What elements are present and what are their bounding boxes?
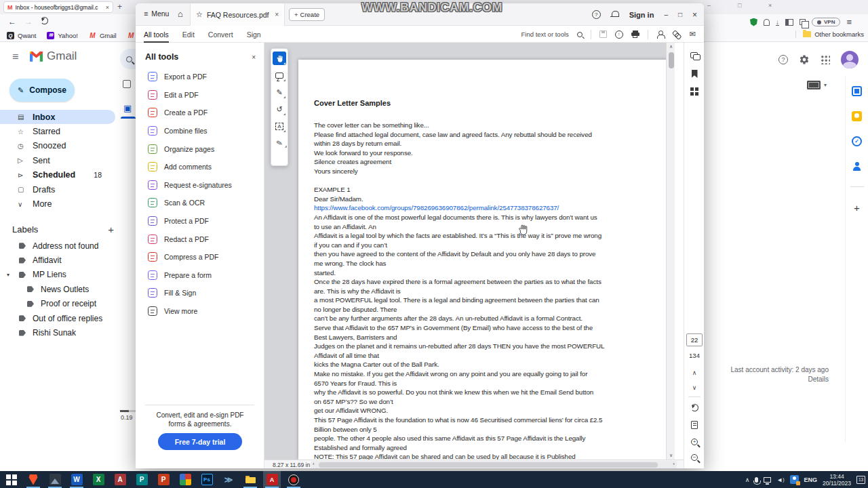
label-item[interactable]: Affidavit: [0, 253, 121, 267]
input-tools-badge[interactable]: [807, 81, 821, 89]
language-indicator[interactable]: ENG: [804, 476, 818, 483]
taskbar-app[interactable]: A: [263, 471, 281, 488]
acrobat-nav-tab[interactable]: Edit: [182, 26, 195, 43]
gmail-nav-item[interactable]: ☆ Starred: [0, 124, 121, 138]
lasso-tool-button[interactable]: ↺: [273, 102, 286, 116]
rotate-page-button[interactable]: [684, 404, 705, 411]
notifications-bell-icon[interactable]: [611, 10, 619, 19]
create-button[interactable]: + Create: [289, 8, 325, 21]
browser-minimize-button[interactable]: –: [707, 2, 711, 9]
label-item[interactable]: Rishi Sunak: [0, 325, 121, 340]
back-button[interactable]: ←: [8, 17, 16, 26]
vertical-scrollbar[interactable]: ∧ ∨: [666, 43, 675, 460]
label-item[interactable]: Address not found: [0, 239, 121, 253]
acrobat-minimize-button[interactable]: –: [664, 11, 668, 18]
add-user-icon[interactable]: [656, 30, 665, 39]
taskbar-app[interactable]: [24, 471, 42, 488]
taskbar-app[interactable]: A: [111, 471, 129, 488]
vpn-button[interactable]: VPN: [812, 18, 840, 26]
pocket-icon[interactable]: [800, 19, 806, 25]
star-icon[interactable]: ☆: [196, 10, 203, 19]
label-item[interactable]: News Outlets: [0, 282, 121, 296]
tool-item[interactable]: Prepare a form: [136, 266, 264, 285]
find-text-label[interactable]: Find text or tools: [521, 30, 569, 38]
tool-item[interactable]: View more: [136, 302, 264, 321]
zoom-in-button[interactable]: +: [684, 439, 705, 445]
downloads-icon[interactable]: ↓: [776, 19, 779, 26]
browser-tab[interactable]: M Inbox - houseofbriggs1@gmail.c ×: [3, 1, 113, 13]
tray-expand-icon[interactable]: ∧: [745, 476, 750, 483]
browser-menu-button[interactable]: ≡: [846, 17, 852, 27]
scroll-right-icon[interactable]: ›: [673, 461, 675, 467]
taskbar-app[interactable]: Ps: [198, 471, 216, 488]
previous-page-button[interactable]: ∧: [684, 369, 705, 376]
email-icon[interactable]: ✉: [690, 30, 696, 39]
acrobat-help-icon[interactable]: ?: [592, 10, 601, 19]
acrobat-nav-tab[interactable]: Convert: [208, 26, 233, 43]
text-select-tool-button[interactable]: A: [273, 119, 286, 133]
gmail-nav-item[interactable]: ▢ Drafts: [0, 182, 121, 197]
document-tab-close-icon[interactable]: ×: [275, 11, 279, 18]
gmail-nav-item[interactable]: ▷ Sent: [0, 153, 121, 167]
zoom-out-button[interactable]: −: [684, 454, 705, 461]
input-tools-caret-icon[interactable]: ▾: [824, 82, 827, 88]
scroll-down-icon[interactable]: ∨: [667, 453, 675, 458]
acrobat-menu-button[interactable]: ≡ Menu: [144, 9, 169, 18]
taskbar-app[interactable]: [46, 471, 64, 488]
scrollbar-thumb[interactable]: [669, 52, 674, 68]
tool-item[interactable]: Protect a PDF: [136, 212, 264, 230]
people-status-icon[interactable]: [790, 475, 799, 484]
tool-item[interactable]: Edit a PDF: [136, 86, 264, 104]
next-page-button[interactable]: ∨: [684, 384, 705, 391]
settings-gear-icon[interactable]: [799, 54, 810, 65]
acrobat-maximize-button[interactable]: □: [678, 11, 682, 18]
volume-icon[interactable]: ◄): [776, 476, 784, 483]
bookmark-item[interactable]: ✉ Yahoo!: [47, 32, 77, 39]
print-icon[interactable]: [631, 30, 639, 39]
clock[interactable]: 13:44 20/11/2023: [823, 473, 851, 487]
browser-close-button[interactable]: ×: [768, 2, 772, 9]
document-tab[interactable]: ☆ FAQ Resources.pdf ×: [190, 3, 285, 26]
acrobat-nav-tab[interactable]: Sign: [247, 26, 261, 43]
hand-tool-button[interactable]: [273, 52, 286, 65]
keep-icon[interactable]: [852, 111, 862, 121]
sidebar-icon[interactable]: [785, 19, 793, 26]
sign-in-button[interactable]: Sign in: [629, 11, 654, 19]
tool-item[interactable]: Request e-signatures: [136, 176, 264, 195]
tab-close-icon[interactable]: ×: [106, 4, 109, 11]
taskbar-app[interactable]: P: [133, 471, 151, 488]
contacts-icon[interactable]: [852, 161, 862, 171]
details-link[interactable]: Details: [808, 375, 829, 383]
add-label-button[interactable]: +: [108, 224, 114, 235]
calendar-icon[interactable]: [852, 86, 862, 96]
other-bookmarks-button[interactable]: Other bookmarks: [795, 30, 864, 38]
add-comment-tool-button[interactable]: [273, 68, 286, 82]
bookmarks-panel-icon[interactable]: [684, 70, 705, 78]
taskbar-app[interactable]: X: [90, 471, 107, 488]
scroll-up-icon[interactable]: ∧: [667, 44, 675, 49]
free-trial-button[interactable]: Free 7-day trial: [158, 433, 242, 450]
network-icon[interactable]: [764, 477, 771, 483]
horizontal-scrollbar[interactable]: ‹ ›: [311, 461, 677, 468]
taskbar-app[interactable]: [3, 471, 20, 488]
select-all-checkbox[interactable]: [123, 80, 131, 88]
bookmark-item[interactable]: M Gmail: [89, 32, 117, 39]
browser-maximize-button[interactable]: □: [738, 2, 741, 9]
taskbar-app[interactable]: ≫: [220, 471, 237, 488]
get-addons-button[interactable]: +: [854, 202, 860, 214]
acrobat-nav-tab[interactable]: All tools: [144, 26, 169, 43]
gmail-menu-button[interactable]: ≡: [12, 51, 18, 63]
acrobat-close-button[interactable]: ×: [692, 10, 697, 20]
label-item[interactable]: Proof or receipt: [0, 297, 121, 311]
hscrollbar-thumb[interactable]: [319, 462, 658, 468]
page-thumbnails-icon[interactable]: [684, 87, 705, 96]
gmail-nav-item[interactable]: ▤ Inbox: [0, 110, 115, 124]
taskbar-app[interactable]: P: [155, 471, 172, 488]
taskbar-app[interactable]: [176, 471, 194, 488]
new-tab-button[interactable]: +: [117, 2, 122, 12]
sign-tool-button[interactable]: ✎: [271, 135, 288, 151]
forward-button[interactable]: →: [24, 17, 33, 26]
search-icon[interactable]: [577, 32, 583, 37]
microphone-icon[interactable]: [755, 477, 758, 483]
tool-item[interactable]: Fill & Sign: [136, 284, 264, 302]
